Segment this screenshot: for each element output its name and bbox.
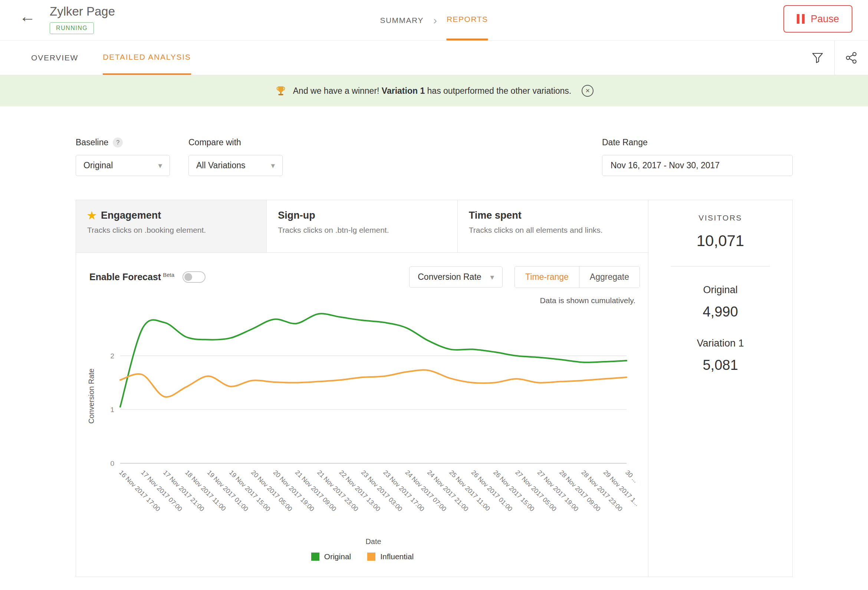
tab-detailed-analysis[interactable]: DETAILED ANALYSIS	[103, 41, 191, 75]
svg-text:Date: Date	[365, 537, 381, 546]
svg-text:19 Nov 2017 01:00: 19 Nov 2017 01:00	[206, 469, 250, 513]
view-mode-switch: Time-range Aggregate	[515, 266, 640, 288]
chevron-right-icon: ›	[433, 14, 437, 27]
share-icon	[845, 51, 858, 64]
trophy-icon	[275, 84, 287, 97]
report-tabs: OVERVIEW DETAILED ANALYSIS	[0, 41, 868, 75]
metric-select[interactable]: Conversion Rate ▾	[409, 266, 503, 288]
date-range-label: Date Range	[602, 137, 648, 147]
nav-reports[interactable]: REPORTS	[447, 0, 488, 40]
goal-title: Engagement	[101, 210, 161, 221]
svg-text:21 Nov 2017 23:00: 21 Nov 2017 23:00	[316, 469, 360, 513]
baseline-filter: Baseline ? Original ▾	[76, 137, 170, 176]
chart-zone: Enable ForecastBeta Conversion Rate ▾ Ti…	[76, 253, 648, 577]
svg-text:20 Nov 2017 19:00: 20 Nov 2017 19:00	[272, 469, 316, 513]
help-icon[interactable]: ?	[113, 137, 123, 147]
cumulative-note: Data is shown cumulatively.	[85, 288, 640, 305]
svg-text:26 Nov 2017 01:00: 26 Nov 2017 01:00	[470, 469, 514, 513]
title-block: Zylker Page RUNNING	[50, 0, 115, 34]
baseline-label: Baseline	[76, 137, 108, 147]
goal-subtitle: Tracks clicks on .booking element.	[87, 226, 255, 235]
stat-variation-1: Variation 1 5,081	[648, 338, 792, 373]
svg-text:28 Nov 2017 23:00: 28 Nov 2017 23:00	[580, 469, 624, 513]
close-icon: ✕	[585, 87, 590, 94]
svg-text:Conversion Rate: Conversion Rate	[87, 368, 95, 424]
filter-button[interactable]	[801, 41, 834, 75]
aggregate-button[interactable]: Aggregate	[579, 266, 639, 288]
stat-value: 5,081	[648, 357, 792, 373]
goal-tab-timespent[interactable]: Time spent Tracks clicks on all elements…	[458, 200, 648, 252]
visitors-value: 10,071	[648, 232, 792, 250]
svg-text:17 Nov 2017 21:00: 17 Nov 2017 21:00	[162, 469, 206, 513]
status-badge: RUNNING	[50, 22, 94, 34]
svg-text:25 Nov 2017 11:00: 25 Nov 2017 11:00	[448, 469, 492, 512]
filters-row: Baseline ? Original ▾ Compare with All V…	[0, 106, 868, 176]
legend-label: Influential	[380, 552, 413, 561]
legend-item-original: Original	[311, 552, 351, 561]
baseline-value: Original	[83, 160, 113, 171]
metric-value: Conversion Rate	[418, 272, 481, 282]
toggle-knob	[185, 273, 192, 281]
winner-banner: And we have a winner! Variation 1 has ou…	[0, 75, 868, 106]
pause-label: Pause	[810, 13, 839, 25]
svg-text:24 Nov 2017 21:00: 24 Nov 2017 21:00	[426, 469, 470, 513]
chevron-down-icon: ▾	[158, 161, 162, 170]
stat-label: Original	[648, 284, 792, 296]
svg-text:24 Nov 2017 07:00: 24 Nov 2017 07:00	[404, 469, 448, 513]
back-arrow-icon[interactable]: ←	[19, 8, 35, 25]
banner-winner-name: Variation 1	[382, 86, 425, 96]
goal-subtitle: Tracks clicks on .btn-lg element.	[278, 226, 446, 235]
nav-summary[interactable]: SUMMARY	[380, 0, 423, 40]
svg-text:23 Nov 2017 17:00: 23 Nov 2017 17:00	[382, 469, 426, 513]
report-card: ★ Engagement Tracks clicks on .booking e…	[76, 200, 793, 577]
goal-title: Sign-up	[278, 210, 315, 221]
baseline-select[interactable]: Original ▾	[76, 155, 170, 176]
svg-text:2: 2	[110, 352, 114, 360]
banner-text-suffix: has outperformed the other variations.	[427, 86, 571, 96]
svg-text:17 Nov 2017 07:00: 17 Nov 2017 07:00	[140, 469, 184, 513]
stat-label: Variation 1	[648, 338, 792, 349]
top-header: ← Zylker Page RUNNING SUMMARY › REPORTS …	[0, 0, 868, 41]
goal-tab-engagement[interactable]: ★ Engagement Tracks clicks on .booking e…	[76, 200, 267, 252]
enable-forecast-label: Enable Forecast	[89, 272, 161, 282]
beta-badge: Beta	[163, 272, 174, 278]
date-range-input[interactable]: Nov 16, 2017 - Nov 30, 2017	[602, 155, 793, 176]
banner-close-button[interactable]: ✕	[582, 85, 593, 97]
chart-legend: Original Influential	[85, 549, 640, 577]
svg-text:22 Nov 2017 13:00: 22 Nov 2017 13:00	[338, 469, 382, 513]
date-range-value: Nov 16, 2017 - Nov 30, 2017	[611, 160, 720, 171]
forecast-toggle[interactable]	[183, 271, 205, 283]
filter-icon	[811, 51, 824, 64]
svg-text:19 Nov 2017 15:00: 19 Nov 2017 15:00	[228, 469, 272, 513]
legend-swatch-original	[311, 553, 319, 561]
chevron-down-icon: ▾	[271, 161, 275, 170]
chart-controls: Enable ForecastBeta Conversion Rate ▾ Ti…	[85, 266, 640, 288]
legend-item-influential: Influential	[367, 552, 413, 561]
compare-select[interactable]: All Variations ▾	[189, 155, 283, 176]
svg-text:20 Nov 2017 05:00: 20 Nov 2017 05:00	[249, 469, 294, 513]
svg-text:16 Nov 2017 17:00: 16 Nov 2017 17:00	[118, 469, 162, 513]
time-range-button[interactable]: Time-range	[515, 266, 579, 288]
svg-text:30 ...: 30 ...	[624, 469, 639, 484]
svg-text:28 Nov 2017 09:00: 28 Nov 2017 09:00	[558, 469, 602, 513]
report-card-left: ★ Engagement Tracks clicks on .booking e…	[76, 200, 648, 577]
share-button[interactable]	[835, 41, 868, 75]
goal-tabs: ★ Engagement Tracks clicks on .booking e…	[76, 200, 648, 253]
svg-text:23 Nov 2017 03:00: 23 Nov 2017 03:00	[360, 469, 404, 513]
goal-title: Time spent	[469, 210, 521, 221]
visitors-label: VISITORS	[648, 213, 792, 222]
svg-text:27 Nov 2017 19:00: 27 Nov 2017 19:00	[536, 469, 580, 513]
visitors-panel: VISITORS 10,071 Original 4,990 Variation…	[648, 200, 792, 577]
goal-tab-signup[interactable]: Sign-up Tracks clicks on .btn-lg element…	[267, 200, 458, 252]
pause-button[interactable]: Pause	[784, 5, 852, 32]
chevron-down-icon: ▾	[490, 273, 495, 282]
compare-label: Compare with	[189, 137, 241, 147]
svg-text:21 Nov 2017 09:00: 21 Nov 2017 09:00	[294, 469, 338, 513]
svg-text:27 Nov 2017 05:00: 27 Nov 2017 05:00	[514, 469, 558, 513]
breadcrumb: SUMMARY › REPORTS	[380, 0, 488, 40]
legend-label: Original	[324, 552, 351, 561]
stat-value: 4,990	[648, 304, 792, 320]
tab-overview[interactable]: OVERVIEW	[31, 41, 78, 75]
pause-icon	[797, 14, 805, 24]
compare-value: All Variations	[196, 160, 245, 171]
